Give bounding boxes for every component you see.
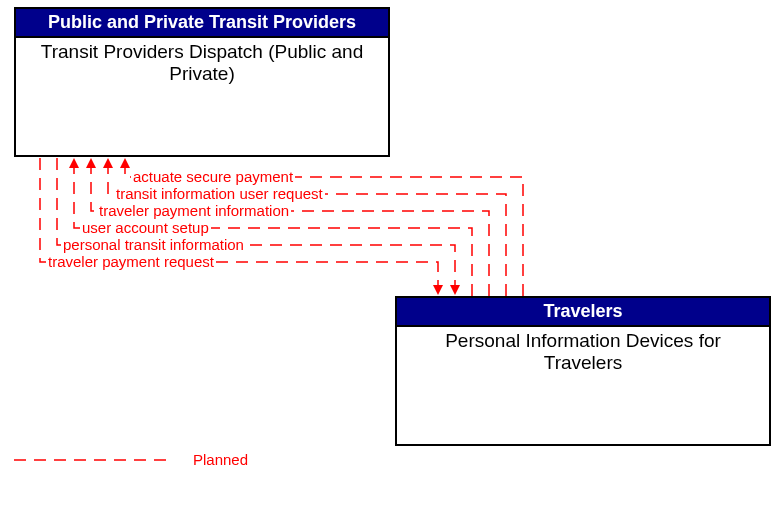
entity-header: Travelers — [397, 298, 769, 327]
entity-body: Personal Information Devices for Travele… — [397, 327, 769, 407]
flow-label-personal-transit-information: personal transit information — [61, 236, 246, 253]
arrow-head-icon — [120, 158, 130, 168]
flow-label-user-account-setup: user account setup — [80, 219, 211, 236]
arrow-head-icon — [86, 158, 96, 168]
legend-label-planned: Planned — [193, 451, 248, 468]
arrow-head-icon — [433, 285, 443, 295]
entity-body: Transit Providers Dispatch (Public and P… — [16, 38, 388, 118]
arrow-head-icon — [103, 158, 113, 168]
flow-label-transit-information-user-request: transit information user request — [114, 185, 325, 202]
entity-personal-devices: Travelers Personal Information Devices f… — [395, 296, 771, 446]
entity-header: Public and Private Transit Providers — [16, 9, 388, 38]
arrow-head-icon — [69, 158, 79, 168]
arrow-head-icon — [450, 285, 460, 295]
flow-label-actuate-secure-payment: actuate secure payment — [131, 168, 295, 185]
entity-transit-dispatch: Public and Private Transit Providers Tra… — [14, 7, 390, 157]
flow-label-traveler-payment-request: traveler payment request — [46, 253, 216, 270]
flow-label-traveler-payment-information: traveler payment information — [97, 202, 291, 219]
